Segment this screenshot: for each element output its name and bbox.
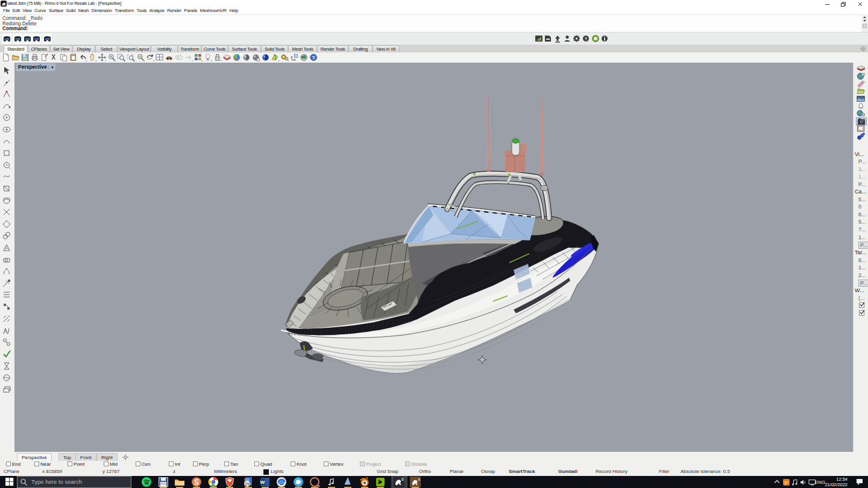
svg-text:?: ? [312,55,315,61]
svg-text:VR: VR [34,37,39,41]
svg-text:VR: VR [4,37,10,41]
svg-text:VR: VR [25,37,30,41]
svg-text:W: W [260,480,265,485]
svg-text:29: 29 [245,482,250,486]
svg-text:6: 6 [401,477,404,481]
svg-text:P: P [785,480,788,486]
svg-text:VR: VR [45,37,50,41]
svg-text:?: ? [585,36,588,42]
svg-text:VR: VR [15,37,20,41]
